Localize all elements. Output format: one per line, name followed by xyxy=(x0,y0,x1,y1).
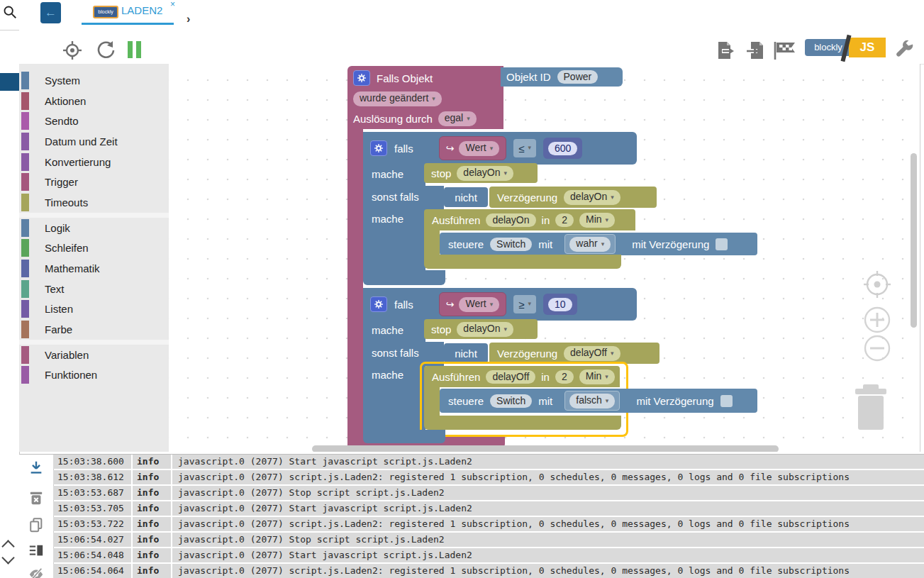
falls1-bottom[interactable] xyxy=(363,270,445,285)
log-clear-icon[interactable] xyxy=(28,490,44,506)
sidebar-category-item[interactable]: Konvertierung xyxy=(19,152,169,172)
compare-operator-dropdown[interactable]: ≤ xyxy=(513,139,536,157)
sidebar-category-item[interactable]: Variablen xyxy=(19,345,169,365)
compare-operator-dropdown[interactable]: ≥ xyxy=(513,295,536,313)
stop-timer-dropdown[interactable]: delayOn xyxy=(457,322,513,337)
selected-script-indicator[interactable] xyxy=(0,73,19,91)
log-hide-icon[interactable] xyxy=(28,567,44,578)
block-stop-timeout-2[interactable]: stop delayOn xyxy=(424,319,538,339)
block-steuere-2[interactable]: steuere Switch mit falsch mit Verzögerun… xyxy=(440,389,757,413)
expand-down-button[interactable] xyxy=(4,553,13,562)
reload-icon[interactable] xyxy=(95,40,116,61)
verzoegerung-timer-dropdown[interactable]: delayOff xyxy=(564,346,620,361)
vertical-scrollbar[interactable] xyxy=(911,153,917,328)
settings-wrench-icon[interactable] xyxy=(894,40,915,61)
search-icon[interactable] xyxy=(2,4,18,20)
ausfuehren-unit-dropdown[interactable]: Min xyxy=(579,369,615,384)
steuere-target-field[interactable]: Switch xyxy=(490,238,532,251)
block-falls-2[interactable]: falls ↪ Wert ≥ 10 xyxy=(363,288,637,321)
wert-dropdown[interactable]: Wert xyxy=(459,141,499,156)
trigger-block-spine[interactable] xyxy=(347,129,363,452)
center-view-icon[interactable] xyxy=(62,40,83,61)
sidebar-category-item[interactable]: Listen xyxy=(19,299,169,320)
block-nicht-2[interactable]: nicht xyxy=(444,343,488,363)
block-falls-objekt[interactable]: Falls Objekt wurde geändert Auslösung du… xyxy=(347,66,503,129)
ausfuehren2-bottom[interactable] xyxy=(424,416,621,430)
tab-overflow-chevron-icon[interactable]: › xyxy=(187,13,190,26)
block-stop-timeout-1[interactable]: stop delayOn xyxy=(424,163,538,183)
mutator-gear-icon[interactable] xyxy=(370,140,387,156)
sidebar-category-item[interactable]: Farbe xyxy=(19,319,169,340)
steuere-target-field[interactable]: Switch xyxy=(490,394,532,408)
export-blocks-icon[interactable] xyxy=(714,40,735,61)
log-download-icon[interactable] xyxy=(28,460,44,476)
blockly-js-toggle[interactable]: blockly JS xyxy=(805,38,887,57)
block-number[interactable]: 10 xyxy=(543,294,577,315)
block-number[interactable]: 600 xyxy=(543,138,582,159)
ausfuehren-timer-field[interactable]: delayOff xyxy=(486,370,535,384)
sidebar-category-item[interactable]: Sendto xyxy=(19,111,169,131)
block-falls-1[interactable]: falls ↪ Wert ≤ 600 xyxy=(363,132,637,165)
sidebar-category-item[interactable]: Schleifen xyxy=(19,238,169,259)
falls2-bottom[interactable] xyxy=(363,430,445,443)
ausfuehren2-spine[interactable] xyxy=(424,387,440,416)
block-nicht-1[interactable]: nicht xyxy=(444,187,488,207)
sidebar-category-item[interactable]: Aktionen xyxy=(19,91,169,111)
zoom-reset-icon[interactable] xyxy=(862,269,892,299)
horizontal-scrollbar[interactable] xyxy=(312,445,779,452)
trigger-change-mode-dropdown[interactable]: wurde geändert xyxy=(353,91,442,106)
block-wert-value[interactable]: ↪ Wert xyxy=(439,292,507,316)
delay-checkbox[interactable] xyxy=(720,395,733,407)
number-field[interactable]: 600 xyxy=(548,142,577,155)
block-wert-value[interactable]: ↪ Wert xyxy=(439,136,507,160)
sidebar-category-item[interactable]: Mathematik xyxy=(19,258,169,279)
sidebar-category-item[interactable]: Funktionen xyxy=(19,365,169,386)
check-blocks-flag-icon[interactable] xyxy=(772,40,798,61)
tab-laden2[interactable]: LADEN2 xyxy=(121,4,162,16)
bool-dropdown[interactable]: wahr xyxy=(569,237,611,252)
bool-dropdown[interactable]: falsch xyxy=(569,394,615,409)
ausfuehren-timer-field[interactable]: delayOn xyxy=(486,213,535,227)
ausfuehren-number-field[interactable]: 2 xyxy=(555,213,574,227)
block-verzoegerung-check-1[interactable]: Verzögerung delayOn xyxy=(489,187,657,208)
nicht-label: nicht xyxy=(455,191,477,204)
wert-dropdown[interactable]: Wert xyxy=(459,297,499,312)
ausfuehren-unit-dropdown[interactable]: Min xyxy=(579,213,615,228)
pause-script-icon[interactable] xyxy=(128,41,143,58)
sidebar-category-item[interactable]: Timeouts xyxy=(19,192,169,213)
verzoegerung-timer-dropdown[interactable]: delayOn xyxy=(564,190,620,205)
objekt-id-value-field[interactable]: Power xyxy=(557,70,599,84)
stop-timer-dropdown[interactable]: delayOn xyxy=(457,166,513,181)
sidebar-category-item[interactable]: Datum und Zeit xyxy=(19,131,169,152)
log-copy-icon[interactable] xyxy=(28,517,44,533)
block-objekt-id[interactable]: Objekt ID Power xyxy=(501,67,623,87)
blockly-workspace[interactable]: Falls Objekt wurde geändert Auslösung du… xyxy=(169,64,920,452)
expand-up-button[interactable] xyxy=(4,542,13,551)
block-bool-wahr[interactable]: wahr xyxy=(564,234,616,254)
mutator-gear-icon[interactable] xyxy=(353,70,370,86)
sidebar-category-item[interactable]: Trigger xyxy=(19,172,169,192)
zoom-out-icon[interactable] xyxy=(862,333,892,363)
sidebar-category-item[interactable]: System xyxy=(19,70,169,91)
block-ausfuehren-2[interactable]: Ausführen delayOff in 2 Min xyxy=(424,366,620,387)
zoom-in-icon[interactable] xyxy=(862,305,892,335)
number-field[interactable]: 10 xyxy=(548,298,572,311)
log-severity-filter-icon[interactable] xyxy=(28,543,44,559)
tab-close-icon[interactable]: × xyxy=(170,0,175,9)
sidebar-category-item[interactable]: Text xyxy=(19,279,169,299)
trigger-by-dropdown[interactable]: egal xyxy=(438,111,477,126)
block-verzoegerung-check-2[interactable]: Verzögerung delayOff xyxy=(489,343,659,364)
block-steuere-1[interactable]: steuere Switch mit wahr mit Verzögerung xyxy=(440,233,757,255)
block-bool-falsch[interactable]: falsch xyxy=(564,391,620,411)
back-button[interactable]: ← xyxy=(40,2,61,23)
trash-can-icon[interactable] xyxy=(851,382,891,433)
mutator-gear-icon[interactable] xyxy=(370,296,387,312)
sidebar-category-item[interactable]: Logik xyxy=(19,218,169,238)
block-ausfuehren-1[interactable]: Ausführen delayOn in 2 Min xyxy=(424,209,635,230)
delay-checkbox[interactable] xyxy=(716,238,728,250)
import-blocks-icon[interactable] xyxy=(745,40,767,61)
ausfuehren-number-field[interactable]: 2 xyxy=(555,370,574,384)
log-message: javascript.0 (2077) Start javascript scr… xyxy=(172,455,924,469)
ausfuehren1-spine[interactable] xyxy=(424,230,440,255)
ausfuehren1-bottom[interactable] xyxy=(424,255,621,269)
